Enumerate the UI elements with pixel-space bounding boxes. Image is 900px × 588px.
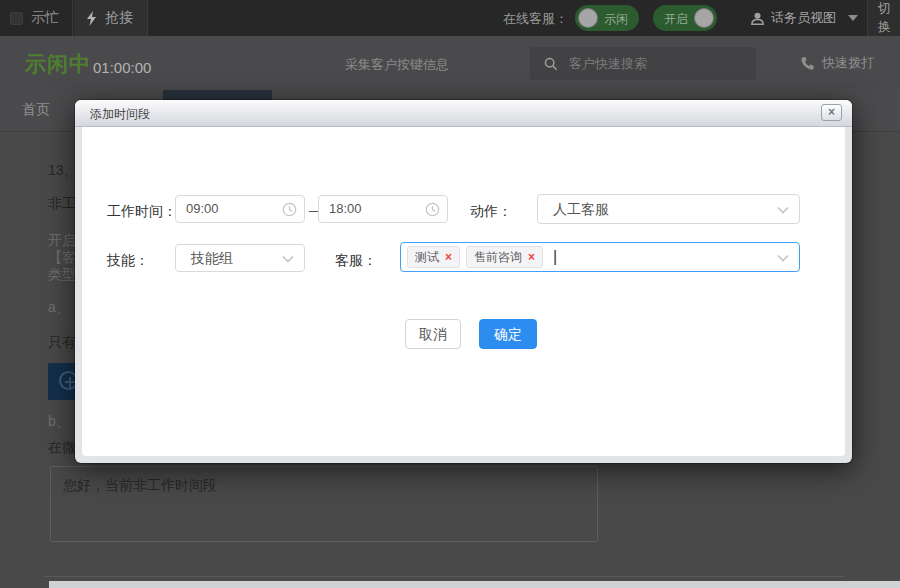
agent-multiselect[interactable]: 测试 × 售前咨询 × | bbox=[400, 242, 800, 272]
greeting-text: 您好，当前非工作时间段 bbox=[63, 477, 217, 493]
agent-label: 客服： bbox=[335, 252, 377, 270]
status-timer: 01:00:00 bbox=[93, 59, 151, 76]
skill-select[interactable]: 技能组 bbox=[175, 244, 305, 272]
time-end-input[interactable]: 18:00 bbox=[318, 195, 448, 223]
add-time-period-button[interactable] bbox=[48, 363, 75, 400]
toggle-show-idle[interactable]: 示闲 bbox=[575, 5, 639, 31]
doc-fragment: 类型 bbox=[48, 266, 76, 284]
switch-button[interactable]: 切换 bbox=[867, 0, 900, 36]
collect-keypress-label: 采集客户按键信息 bbox=[345, 56, 449, 74]
confirm-button[interactable]: 确定 bbox=[479, 319, 537, 349]
dialog-body: 工作时间： 09:00 — 18:00 动作： 人工客服 bbox=[82, 127, 845, 456]
toggle-on-label: 开启 bbox=[664, 11, 688, 28]
chevron-down-icon bbox=[777, 206, 789, 214]
online-service-label: 在线客服： bbox=[503, 10, 568, 28]
doc-fragment: 13、 bbox=[48, 162, 78, 180]
toggle-online-on[interactable]: 开启 bbox=[653, 5, 717, 31]
search-icon bbox=[544, 57, 558, 71]
agent-tag: 售前咨询 × bbox=[466, 246, 543, 268]
cancel-button[interactable]: 取消 bbox=[405, 319, 461, 349]
agent-tag-label: 测试 bbox=[415, 249, 439, 266]
doc-fragment: 非工 bbox=[48, 195, 76, 213]
tab-show-busy[interactable]: 示忙 bbox=[0, 0, 73, 36]
doc-fragment: a、 bbox=[48, 299, 70, 317]
doc-fragment: 开启 bbox=[48, 232, 76, 250]
divider bbox=[43, 576, 845, 577]
add-time-period-dialog: 添加时间段 × 工作时间： 09:00 — 18:00 动作： bbox=[75, 100, 852, 463]
agent-view-menu[interactable]: 话务员视图 bbox=[750, 0, 836, 36]
tab-grab-call[interactable]: 抢接 bbox=[74, 0, 148, 36]
operator-icon bbox=[750, 11, 765, 26]
time-start-input[interactable]: 09:00 bbox=[175, 195, 305, 223]
action-value: 人工客服 bbox=[553, 201, 609, 217]
dialog-header[interactable]: 添加时间段 × bbox=[75, 100, 852, 127]
time-start-value: 09:00 bbox=[186, 201, 219, 216]
chevron-down-icon bbox=[777, 254, 789, 262]
status-badge: 示闲中 bbox=[25, 50, 91, 78]
quick-dial-label: 快速拨打 bbox=[822, 54, 874, 72]
agent-tag: 测试 × bbox=[407, 246, 460, 268]
agent-view-label: 话务员视图 bbox=[771, 9, 836, 27]
dialog-title: 添加时间段 bbox=[90, 106, 150, 123]
tab-show-busy-label: 示忙 bbox=[31, 9, 59, 27]
clock-icon bbox=[425, 202, 440, 217]
toggle-idle-label: 示闲 bbox=[604, 11, 628, 28]
lightning-icon bbox=[86, 11, 97, 26]
greeting-textarea[interactable]: 您好，当前非工作时间段 bbox=[50, 466, 598, 542]
time-end-value: 18:00 bbox=[329, 201, 362, 216]
tab-home[interactable]: 首页 bbox=[22, 101, 50, 119]
doc-fragment: b、 bbox=[48, 413, 70, 431]
tag-close-icon[interactable]: × bbox=[445, 250, 452, 264]
switch-label: 切换 bbox=[878, 0, 900, 36]
action-select[interactable]: 人工客服 bbox=[537, 194, 800, 224]
busy-status-icon bbox=[10, 12, 23, 25]
text-caret: | bbox=[553, 248, 557, 266]
clock-icon bbox=[282, 202, 297, 217]
skill-label: 技能： bbox=[107, 252, 149, 270]
customer-search-box[interactable] bbox=[530, 47, 756, 80]
doc-fragment: 只有 bbox=[48, 334, 76, 352]
toggle-knob bbox=[694, 8, 714, 28]
horizontal-scrollbar[interactable] bbox=[49, 581, 900, 588]
close-icon[interactable]: × bbox=[821, 104, 842, 121]
skill-value: 技能组 bbox=[191, 250, 233, 266]
app-window: 示忙 抢接 在线客服： 示闲 开启 话务员视图 切换 bbox=[0, 0, 900, 588]
action-label: 动作： bbox=[470, 203, 512, 221]
agent-tag-label: 售前咨询 bbox=[474, 249, 522, 266]
quick-dial-button[interactable]: 快速拨打 bbox=[800, 54, 874, 72]
customer-search-input[interactable] bbox=[567, 55, 727, 72]
phone-icon bbox=[800, 56, 815, 71]
doc-fragment: 在微 bbox=[48, 439, 76, 457]
work-time-label: 工作时间： bbox=[107, 203, 177, 221]
top-bar: 示忙 抢接 在线客服： 示闲 开启 话务员视图 切换 bbox=[0, 0, 900, 36]
tab-grab-call-label: 抢接 bbox=[105, 9, 133, 27]
chevron-down-icon[interactable] bbox=[848, 15, 858, 21]
tag-close-icon[interactable]: × bbox=[528, 250, 535, 264]
status-bar: 示闲中 01:00:00 采集客户按键信息 快速拨打 bbox=[0, 36, 900, 88]
doc-fragment: 【客 bbox=[48, 249, 76, 267]
chevron-down-icon bbox=[282, 255, 294, 263]
toggle-knob bbox=[578, 8, 598, 28]
